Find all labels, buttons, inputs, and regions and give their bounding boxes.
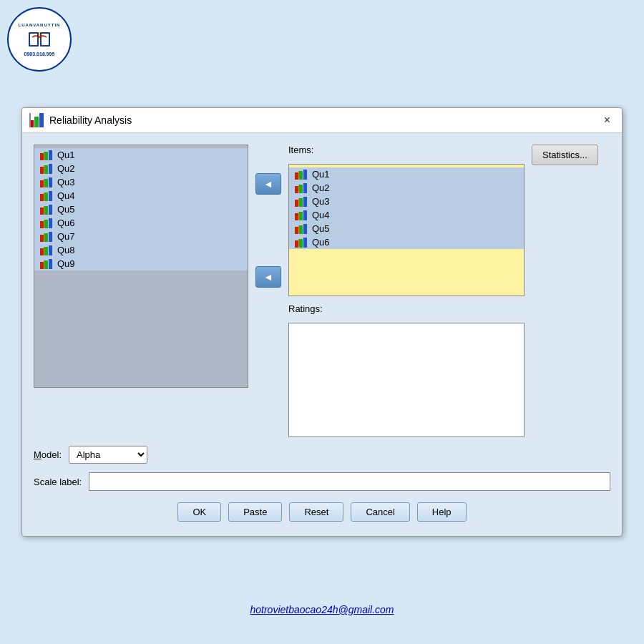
svg-rect-37 [40,248,44,255]
svg-rect-48 [298,171,299,179]
list-item[interactable]: Qu5 [289,222,524,235]
svg-rect-51 [303,183,307,193]
svg-rect-13 [40,167,44,174]
svg-rect-41 [40,262,44,269]
help-button[interactable]: Help [417,502,467,522]
svg-rect-35 [49,232,52,242]
move-left-button[interactable]: ◄ [255,173,281,195]
svg-rect-21 [40,194,44,201]
svg-rect-9 [40,153,44,160]
svg-rect-38 [44,247,48,255]
bar-chart-icon [295,197,308,207]
svg-rect-36 [44,233,44,241]
list-item[interactable]: Qu8 [34,243,248,257]
svg-rect-49 [295,186,298,193]
svg-rect-47 [303,170,307,180]
svg-rect-54 [299,198,303,207]
list-item[interactable]: Qu1 [34,148,248,162]
bar-chart-icon [295,183,308,193]
svg-rect-25 [40,208,44,215]
logo-text-top: LUANVANUYTIN [19,23,61,27]
list-item[interactable]: Qu6 [289,235,524,249]
list-item[interactable]: Qu5 [34,203,248,216]
items-listbox[interactable]: Qu1 Qu2 Qu3 Qu4 Qu5 Qu6 [288,164,525,296]
svg-rect-56 [298,198,299,206]
list-item[interactable]: Qu9 [34,257,248,270]
svg-rect-22 [44,192,48,201]
right-panel: Items: Qu1 Qu2 Qu3 Qu4 Qu5 Qu6 Ratings: [288,145,525,437]
svg-rect-16 [44,165,44,173]
bar-chart-icon [40,259,53,269]
list-item[interactable]: Qu3 [34,175,248,189]
svg-rect-67 [303,238,307,248]
cancel-button[interactable]: Cancel [351,502,409,522]
svg-rect-44 [44,260,44,268]
svg-rect-23 [49,191,52,201]
svg-rect-40 [44,247,44,255]
statistics-button[interactable]: Statistics... [532,145,598,165]
svg-rect-10 [44,152,48,160]
footer-email[interactable]: hotrovietbaocao24h@gmail.com [250,604,394,615]
svg-rect-62 [299,225,303,234]
list-item[interactable]: Qu4 [34,189,248,203]
svg-rect-8 [29,113,31,127]
bottom-buttons-row: OK Paste Reset Cancel Help [34,499,610,525]
svg-rect-45 [295,172,298,180]
left-listbox[interactable]: Qu1 Qu2 Qu3 Qu4 Qu5 Qu6 Qu7 Qu8 [34,145,248,388]
logo-book-icon [25,29,54,50]
items-label: Items: [288,145,525,155]
top-right-col: Statistics... [532,145,610,165]
svg-rect-50 [299,185,303,193]
svg-rect-66 [299,239,303,248]
paste-button[interactable]: Paste [228,502,282,522]
svg-rect-61 [295,227,298,234]
scale-label-text: Scale label: [34,477,82,487]
svg-rect-28 [44,206,44,214]
svg-rect-55 [303,197,307,207]
list-item[interactable]: Qu2 [34,162,248,175]
bar-chart-icon [40,191,53,201]
list-item[interactable]: Qu1 [289,167,524,181]
svg-rect-68 [298,239,299,247]
svg-rect-17 [40,180,44,187]
close-button[interactable]: × [600,112,615,128]
svg-rect-46 [299,171,303,180]
svg-rect-24 [44,192,44,200]
list-item[interactable]: Qu6 [34,216,248,230]
model-select[interactable]: Alpha Split-half Guttman Parallel Strict… [69,446,147,464]
svg-marker-4 [39,32,40,47]
bar-chart-icon [40,164,53,174]
svg-rect-30 [44,220,48,228]
bar-chart-icon [295,210,308,220]
ratings-label: Ratings: [288,303,525,314]
title-bar-left: Reliability Analysis [29,113,132,127]
svg-rect-14 [44,165,48,174]
move-right-button[interactable]: ◄ [255,266,281,288]
main-content-row: Qu1 Qu2 Qu3 Qu4 Qu5 Qu6 Qu7 Qu8 [34,145,610,437]
svg-rect-33 [40,235,44,242]
svg-rect-27 [49,205,52,215]
svg-rect-53 [295,200,298,207]
ok-button[interactable]: OK [177,502,221,522]
svg-rect-64 [298,225,299,233]
list-item[interactable]: Qu3 [289,195,524,208]
scale-label-input[interactable] [89,472,610,491]
svg-rect-32 [44,220,44,228]
list-item[interactable]: Qu7 [34,230,248,243]
model-label: Model: [34,449,62,460]
ratings-listbox[interactable] [288,323,525,437]
svg-rect-15 [49,164,52,174]
scale-label-row: Scale label: [34,472,610,491]
reset-button[interactable]: Reset [289,502,343,522]
dialog-title: Reliability Analysis [49,114,132,126]
list-item[interactable]: Qu2 [289,181,524,195]
dialog-icon [29,113,44,127]
svg-rect-57 [295,213,298,220]
list-item[interactable]: Qu4 [289,208,524,222]
bar-chart-icon [40,150,53,160]
svg-rect-42 [44,260,48,269]
svg-rect-65 [295,240,298,248]
arrow-buttons-col: ◄ ◄ [255,145,281,288]
logo: LUANVANUYTIN 0983.018.995 [7,7,72,72]
bar-chart-icon [295,224,308,234]
